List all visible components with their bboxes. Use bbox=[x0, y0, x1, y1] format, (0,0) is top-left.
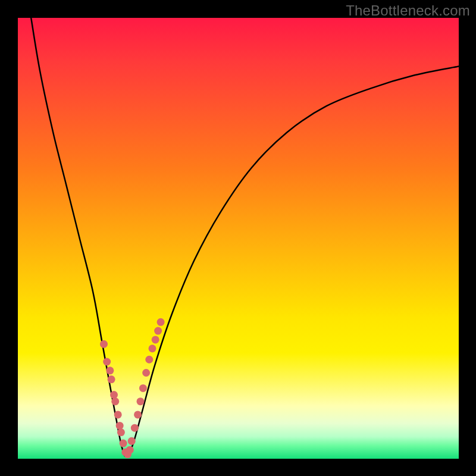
marker-dot bbox=[126, 446, 134, 454]
marker-dot bbox=[154, 327, 162, 335]
marker-dot bbox=[152, 336, 159, 343]
marker-dot bbox=[139, 384, 147, 392]
marker-dot bbox=[106, 367, 114, 374]
chart-svg bbox=[18, 18, 459, 459]
marker-dot bbox=[142, 369, 150, 377]
marker-dot bbox=[128, 437, 136, 445]
watermark-text: TheBottleneck.com bbox=[346, 2, 470, 19]
marker-dot bbox=[131, 424, 139, 432]
marker-dot bbox=[103, 358, 111, 365]
marker-dot bbox=[111, 397, 119, 405]
marker-dot bbox=[114, 411, 122, 418]
marker-dot bbox=[110, 391, 118, 399]
marker-dot bbox=[116, 422, 124, 430]
highlight-dots bbox=[100, 318, 165, 458]
marker-dot bbox=[134, 411, 142, 418]
bottleneck-curve bbox=[31, 18, 459, 456]
marker-dot bbox=[100, 340, 108, 348]
marker-dot bbox=[120, 440, 127, 447]
marker-dot bbox=[137, 397, 145, 405]
chart-stage: TheBottleneck.com bbox=[0, 0, 476, 476]
marker-dot bbox=[108, 375, 115, 383]
marker-dot bbox=[145, 356, 153, 364]
plot-area bbox=[18, 18, 459, 459]
marker-dot bbox=[157, 318, 165, 326]
marker-dot bbox=[117, 428, 125, 436]
marker-dot bbox=[149, 345, 156, 352]
